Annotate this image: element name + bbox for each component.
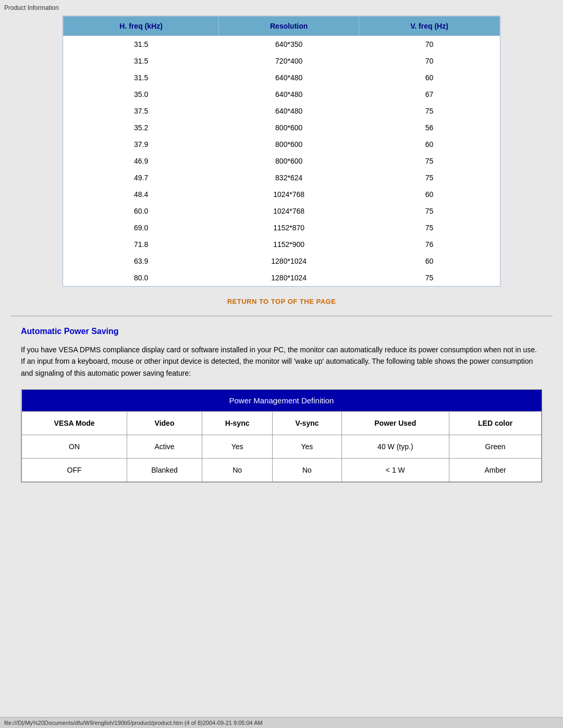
power-col-header: LED color (449, 412, 542, 435)
table-cell: 49.7 (64, 169, 219, 186)
status-bar: file:///D|/My%20Documents/dfu/W9/english… (0, 717, 563, 728)
table-cell: 60 (359, 186, 500, 203)
power-col-header: Video (127, 412, 202, 435)
power-table-wrapper: Power Management Definition VESA ModeVid… (21, 389, 542, 483)
table-cell: 40 W (typ.) (341, 435, 449, 459)
table-row: 71.81152*90076 (64, 236, 500, 253)
table-cell: 70 (359, 36, 500, 53)
table-cell: < 1 W (341, 459, 449, 482)
table-row: 48.41024*76860 (64, 186, 500, 203)
table-cell: 70 (359, 53, 500, 69)
table-row: 69.01152*87075 (64, 219, 500, 236)
table-cell: OFF (22, 459, 127, 482)
table-cell: 1152*900 (219, 236, 359, 253)
freq-table: H. freq (kHz) Resolution V. freq (Hz) 31… (63, 16, 500, 286)
table-cell: 640*480 (219, 86, 359, 103)
table-row: 37.5640*48075 (64, 103, 500, 119)
table-cell: 1024*768 (219, 186, 359, 203)
power-saving-description: If you have VESA DPMS compliance display… (21, 344, 542, 379)
table-cell: 46.9 (64, 153, 219, 169)
main-content: H. freq (kHz) Resolution V. freq (Hz) 31… (0, 0, 563, 728)
page-label: Product Information (4, 4, 59, 11)
table-cell: 37.9 (64, 136, 219, 153)
table-cell: 60 (359, 69, 500, 86)
table-cell: 1024*768 (219, 203, 359, 219)
table-cell: 75 (359, 153, 500, 169)
table-row: 37.9800*60060 (64, 136, 500, 153)
table-cell: 31.5 (64, 53, 219, 69)
table-row: 63.91280*102460 (64, 253, 500, 269)
table-cell: 31.5 (64, 69, 219, 86)
table-cell: Green (449, 435, 542, 459)
table-cell: No (202, 459, 272, 482)
return-link-container: RETURN TO TOP OF THE PAGE (10, 297, 553, 305)
table-row: 35.0640*48067 (64, 86, 500, 103)
table-row: ONActiveYesYes40 W (typ.)Green (22, 435, 542, 459)
return-to-top-link[interactable]: RETURN TO TOP OF THE PAGE (227, 298, 336, 305)
table-cell: 75 (359, 269, 500, 286)
power-table: Power Management Definition VESA ModeVid… (21, 390, 542, 482)
table-cell: 71.8 (64, 236, 219, 253)
table-cell: 37.5 (64, 103, 219, 119)
power-col-header: V-sync (273, 412, 341, 435)
table-cell: 60 (359, 253, 500, 269)
table-cell: 56 (359, 119, 500, 136)
table-cell: 80.0 (64, 269, 219, 286)
table-cell: 720*400 (219, 53, 359, 69)
power-saving-section: Automatic Power Saving If you have VESA … (10, 327, 553, 483)
table-cell: 48.4 (64, 186, 219, 203)
table-cell: 832*624 (219, 169, 359, 186)
table-cell: 31.5 (64, 36, 219, 53)
table-cell: 67 (359, 86, 500, 103)
table-cell: 35.2 (64, 119, 219, 136)
table-cell: 640*480 (219, 103, 359, 119)
table-cell: 60.0 (64, 203, 219, 219)
table-cell: 640*480 (219, 69, 359, 86)
table-cell: 35.0 (64, 86, 219, 103)
table-cell: 800*600 (219, 119, 359, 136)
table-cell: 75 (359, 203, 500, 219)
freq-table-col-resolution: Resolution (219, 17, 359, 36)
freq-table-col-hfreq: H. freq (kHz) (64, 17, 219, 36)
table-row: 31.5640*48060 (64, 69, 500, 86)
table-cell: Amber (449, 459, 542, 482)
pmd-header: Power Management Definition (22, 390, 542, 412)
table-cell: 1280*1024 (219, 253, 359, 269)
table-cell: No (273, 459, 341, 482)
freq-table-col-vfreq: V. freq (Hz) (359, 17, 500, 36)
power-col-header: Power Used (341, 412, 449, 435)
table-cell: Yes (202, 435, 272, 459)
table-cell: Blanked (127, 459, 202, 482)
table-cell: 75 (359, 219, 500, 236)
table-cell: ON (22, 435, 127, 459)
table-cell: Active (127, 435, 202, 459)
table-row: 31.5720*40070 (64, 53, 500, 69)
table-cell: 63.9 (64, 253, 219, 269)
section-divider (10, 316, 553, 316)
freq-table-wrapper: H. freq (kHz) Resolution V. freq (Hz) 31… (63, 16, 500, 287)
table-cell: 1280*1024 (219, 269, 359, 286)
table-cell: 75 (359, 103, 500, 119)
table-row: 49.7832*62475 (64, 169, 500, 186)
power-col-header: H-sync (202, 412, 272, 435)
table-cell: 640*350 (219, 36, 359, 53)
power-col-header: VESA Mode (22, 412, 127, 435)
table-row: 35.2800*60056 (64, 119, 500, 136)
table-cell: 75 (359, 169, 500, 186)
table-cell: 69.0 (64, 219, 219, 236)
power-saving-title: Automatic Power Saving (21, 327, 553, 336)
table-cell: 76 (359, 236, 500, 253)
table-cell: 800*600 (219, 136, 359, 153)
table-cell: Yes (273, 435, 341, 459)
table-row: 31.5640*35070 (64, 36, 500, 53)
table-cell: 60 (359, 136, 500, 153)
table-row: OFFBlankedNoNo< 1 WAmber (22, 459, 542, 482)
table-row: 60.01024*76875 (64, 203, 500, 219)
table-row: 80.01280*102475 (64, 269, 500, 286)
table-row: 46.9800*60075 (64, 153, 500, 169)
table-cell: 1152*870 (219, 219, 359, 236)
table-cell: 800*600 (219, 153, 359, 169)
